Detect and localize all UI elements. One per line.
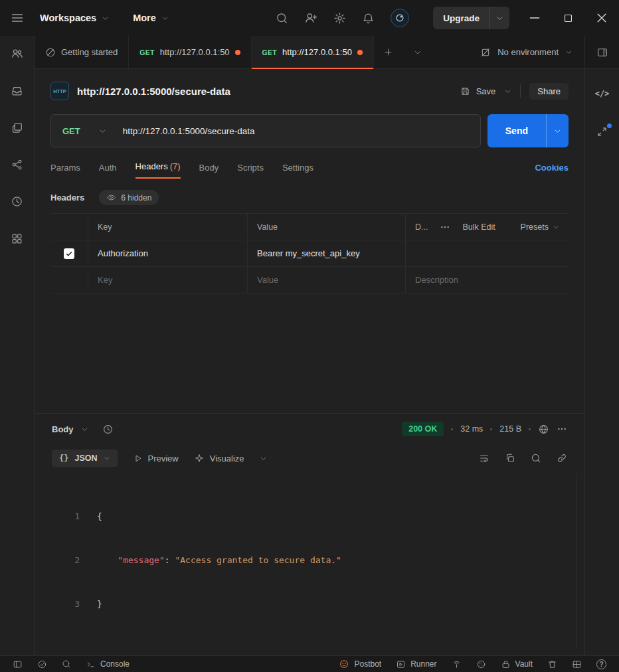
chevron-down-icon[interactable] [81,426,88,433]
upgrade-button[interactable]: Upgrade [433,7,509,29]
upgrade-chevron-icon[interactable] [489,7,509,29]
response-pane: Body 200 OK 32 ms 215 B [35,413,584,655]
method-select[interactable]: GET [51,126,118,136]
globe-icon[interactable] [538,424,549,435]
postman-app: Workspaces More Upgrade [0,0,619,672]
status-badge[interactable]: 200 OK [402,422,444,436]
two-pane-view-button[interactable] [565,659,589,669]
tab-scripts[interactable]: Scripts [237,163,264,179]
more-label: More [133,13,156,23]
row-checkbox-checked[interactable] [64,248,74,259]
more-menu[interactable]: More [133,13,169,23]
tab-auth[interactable]: Auth [99,163,117,179]
wrap-text-icon[interactable] [479,453,489,463]
format-options-chevron-icon[interactable] [260,455,267,462]
key-cell[interactable]: Authorization [88,240,247,266]
window-close-icon[interactable] [595,11,608,25]
search-response-icon[interactable] [531,453,541,463]
capture-requests-button[interactable] [444,659,469,669]
tab-request-2-active[interactable]: GET http://127.0.0.1:50 [252,36,374,68]
send-button[interactable]: Send [487,114,569,147]
more-tools-grid-icon[interactable] [11,232,23,245]
value-cell-placeholder[interactable]: Value [247,267,405,293]
vault-button[interactable]: Vault [493,659,540,669]
runner-button[interactable]: Runner [389,659,444,669]
value-cell[interactable]: Bearer my_secret_api_key [247,240,405,266]
runner-icon [396,659,406,669]
toggle-sidebar-button[interactable] [5,659,30,669]
hidden-headers-toggle[interactable]: 6 hidden [99,190,159,205]
tab-headers[interactable]: Headers(7) [135,161,181,179]
link-icon[interactable] [557,453,567,463]
environments-icon[interactable] [11,122,23,134]
window-minimize-icon[interactable] [528,11,541,25]
response-size[interactable]: 215 B [499,424,521,434]
tab-options-chevron-icon[interactable] [403,36,432,68]
share-button[interactable]: Share [529,83,569,100]
new-tab-plus-icon[interactable] [374,36,403,68]
response-history-icon[interactable] [102,424,114,435]
team-icon[interactable] [11,47,23,60]
console-button[interactable]: Console [78,659,137,669]
save-button[interactable]: Save [460,86,496,97]
notifications-bell-icon[interactable] [362,12,375,25]
response-more-options-icon[interactable] [557,424,567,434]
response-format-dropdown[interactable]: {} JSON [52,450,118,467]
response-body-viewer[interactable]: 1 { 2 "message": "Access granted to secu… [35,472,584,655]
url-input[interactable]: http://127.0.0.1:5000/secure-data [118,126,255,136]
response-time[interactable]: 32 ms [460,424,483,434]
trash-icon [547,659,557,669]
description-cell-placeholder[interactable]: Description [405,267,569,293]
preview-button[interactable]: Preview [133,454,179,463]
chevron-down-icon [161,15,169,22]
key-cell-placeholder[interactable]: Key [88,267,247,293]
runner-label: Runner [410,659,436,669]
line-number: 1 [35,509,80,524]
copy-icon[interactable] [505,453,515,463]
hamburger-menu-icon[interactable] [11,11,24,25]
tab-request-1[interactable]: GET http://127.0.0.1:50 [129,36,251,68]
connection-status-button[interactable] [30,659,54,669]
invite-user-icon[interactable] [304,11,317,25]
expand-panel-icon[interactable] [596,126,608,137]
settings-gear-icon[interactable] [333,12,346,25]
tab-body[interactable]: Body [199,163,219,179]
save-label: Save [476,86,496,96]
separator-dot [529,428,531,430]
visualize-button[interactable]: Visualize [194,453,244,463]
workspaces-menu[interactable]: Workspaces [40,13,109,23]
history-icon[interactable] [11,195,23,208]
bulk-edit-button[interactable]: Bulk Edit [462,222,495,232]
help-button[interactable]: ? [589,659,614,669]
trash-button[interactable] [540,659,565,669]
window-maximize-icon[interactable] [563,13,574,24]
layout-grid-icon [572,659,582,669]
send-label[interactable]: Send [487,114,546,147]
preview-label: Preview [148,454,179,463]
cookies-button[interactable] [469,659,493,669]
tab-settings[interactable]: Settings [282,163,313,179]
chevron-down-icon [102,15,109,22]
environment-selector[interactable]: No environment [468,36,584,68]
upgrade-label[interactable]: Upgrade [433,7,489,29]
tab-getting-started[interactable]: Getting started [35,36,129,68]
tab-params[interactable]: Params [50,163,80,179]
flows-icon[interactable] [11,159,23,171]
code-snippet-icon[interactable]: </> [595,89,610,98]
presets-dropdown[interactable]: Presets [521,222,559,232]
unsaved-changes-dot [235,50,240,55]
save-options-chevron-icon[interactable] [504,88,511,95]
scrollbar[interactable] [576,473,576,649]
cookies-link[interactable]: Cookies [535,163,569,179]
response-body-dropdown[interactable]: Body [52,424,74,434]
postbot-button[interactable]: Postbot [331,659,389,669]
collections-icon[interactable] [11,84,23,97]
find-button[interactable] [54,659,78,669]
more-options-icon[interactable] [440,222,450,232]
search-icon[interactable] [276,12,288,25]
send-options-chevron-icon[interactable] [546,114,569,147]
environment-quick-look[interactable] [585,36,619,69]
description-cell[interactable] [405,240,569,266]
user-avatar[interactable] [391,9,409,27]
unsaved-changes-dot [357,50,363,55]
